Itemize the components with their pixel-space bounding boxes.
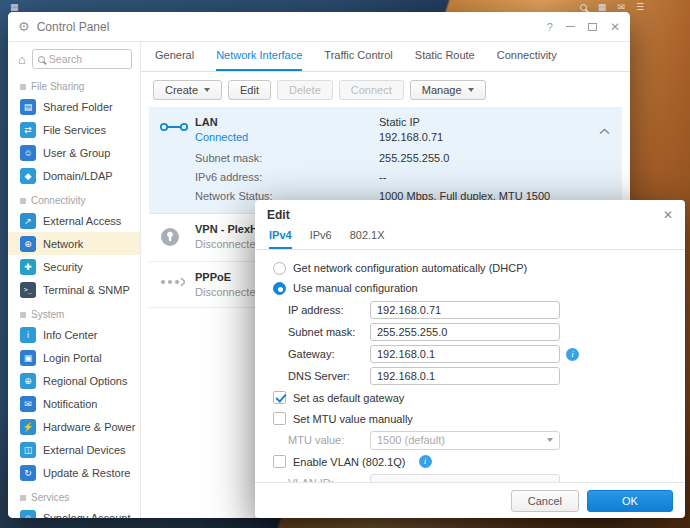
mtu-value-row: MTU value: 1500 (default) bbox=[288, 430, 667, 450]
dialog-tab-bar: IPv4 IPv6 802.1X bbox=[255, 226, 685, 250]
account-icon: ☺ bbox=[20, 510, 36, 519]
ok-button[interactable]: OK bbox=[587, 490, 673, 512]
info-icon[interactable]: i bbox=[419, 455, 432, 468]
refresh-icon: ↻ bbox=[20, 465, 36, 481]
mtu-manual-option[interactable]: Set MTU value manually bbox=[273, 409, 667, 428]
cancel-button[interactable]: Cancel bbox=[511, 490, 579, 512]
minimize-icon[interactable] bbox=[566, 26, 575, 28]
sidebar-item-notification[interactable]: ✉ Notification bbox=[8, 392, 140, 415]
subnet-mask-input[interactable] bbox=[370, 323, 560, 341]
shield-icon: ✚ bbox=[20, 259, 36, 275]
gateway-input[interactable] bbox=[370, 345, 560, 363]
chevron-up-icon[interactable] bbox=[599, 121, 610, 139]
search-input[interactable] bbox=[49, 53, 126, 65]
dns-server-row: DNS Server: bbox=[288, 366, 667, 386]
taskbar-left: ▦ bbox=[10, 2, 19, 12]
main-menu-icon[interactable]: ▦ bbox=[10, 2, 19, 12]
sidebar: ⌂ File Sharing ▤ Shared Folder ⇄ File Se… bbox=[8, 42, 141, 518]
vlan-id-input bbox=[370, 474, 560, 482]
lan-link-icon bbox=[159, 121, 189, 133]
sidebar-item-file-services[interactable]: ⇄ File Services bbox=[8, 118, 140, 141]
sidebar-item-regional-options[interactable]: ⊕ Regional Options bbox=[8, 369, 140, 392]
info-icon[interactable]: i bbox=[566, 348, 579, 361]
tab-ipv4[interactable]: IPv4 bbox=[269, 229, 292, 249]
sidebar-item-user-group[interactable]: ☺ User & Group bbox=[8, 141, 140, 164]
vlan-option[interactable]: Enable VLAN (802.1Q) i bbox=[273, 452, 667, 471]
section-icon bbox=[20, 495, 26, 501]
window-titlebar[interactable]: ⚙ Control Panel ? ✕ bbox=[8, 12, 630, 42]
help-icon[interactable]: ? bbox=[547, 21, 553, 33]
gateway-label: Gateway: bbox=[288, 348, 370, 360]
sidebar-item-shared-folder[interactable]: ▤ Shared Folder bbox=[8, 95, 140, 118]
interface-row-lan[interactable]: LAN Connected Static IP 192.168.0.71 bbox=[149, 107, 622, 214]
sidebar-item-security[interactable]: ✚ Security bbox=[8, 255, 140, 278]
home-icon[interactable]: ⌂ bbox=[18, 53, 26, 66]
close-icon[interactable]: ✕ bbox=[663, 208, 673, 222]
window-title: Control Panel bbox=[37, 20, 547, 34]
sidebar-item-external-access[interactable]: ↗ External Access bbox=[8, 209, 140, 232]
dhcp-option[interactable]: Get network configuration automatically … bbox=[273, 258, 667, 278]
gateway-row: Gateway: i bbox=[288, 344, 667, 364]
dialog-footer: Cancel OK bbox=[255, 482, 685, 518]
sidebar-item-synology-account[interactable]: ☺ Synology Account bbox=[8, 506, 140, 518]
sidebar-item-terminal-snmp[interactable]: >_ Terminal & SNMP bbox=[8, 278, 140, 301]
sidebar-item-info-center[interactable]: i Info Center bbox=[8, 323, 140, 346]
mtu-value-label: MTU value: bbox=[288, 434, 370, 446]
sidebar-item-login-portal[interactable]: ▣ Login Portal bbox=[8, 346, 140, 369]
subnet-mask-label: Subnet mask: bbox=[288, 326, 370, 338]
default-gateway-option[interactable]: Set as default gateway bbox=[273, 388, 667, 407]
taskbar-right: ▦ ✉ ☰ bbox=[580, 2, 644, 12]
checkbox-default-gateway[interactable] bbox=[273, 391, 286, 404]
tab-8021x[interactable]: 802.1X bbox=[350, 229, 385, 249]
radio-manual[interactable] bbox=[273, 282, 286, 295]
manual-option[interactable]: Use manual configuration bbox=[273, 278, 667, 298]
sidebar-item-hardware-power[interactable]: ⚡ Hardware & Power bbox=[8, 415, 140, 438]
sidebar-item-network[interactable]: ⊕ Network bbox=[8, 232, 140, 255]
notifications-icon[interactable]: ✉ bbox=[617, 2, 625, 12]
interface-ip: 192.168.0.71 bbox=[379, 131, 612, 143]
create-button[interactable]: Create bbox=[153, 80, 222, 100]
interface-status: Connected bbox=[195, 131, 379, 143]
close-icon[interactable]: ✕ bbox=[610, 20, 620, 34]
vpn-icon bbox=[159, 226, 181, 248]
interface-name: LAN bbox=[195, 116, 379, 128]
network-icon: ⊕ bbox=[20, 236, 36, 252]
edit-dialog: Edit ✕ IPv4 IPv6 802.1X Get network conf… bbox=[255, 200, 685, 518]
tab-connectivity[interactable]: Connectivity bbox=[497, 49, 557, 71]
checkbox-vlan[interactable] bbox=[273, 455, 286, 468]
dns-server-input[interactable] bbox=[370, 367, 560, 385]
section-connectivity: Connectivity bbox=[8, 187, 140, 209]
search-icon[interactable] bbox=[580, 4, 587, 11]
pppoe-icon bbox=[159, 276, 185, 288]
radio-dhcp[interactable] bbox=[273, 262, 286, 275]
tab-network-interface[interactable]: Network Interface bbox=[216, 49, 302, 71]
edit-button[interactable]: Edit bbox=[228, 80, 271, 100]
connect-button: Connect bbox=[339, 80, 404, 100]
detail-row: Subnet mask: 255.255.255.0 bbox=[195, 149, 612, 168]
section-services: Services bbox=[8, 484, 140, 506]
tab-static-route[interactable]: Static Route bbox=[415, 49, 475, 71]
user-menu-icon[interactable]: ☰ bbox=[636, 2, 644, 12]
interface-type: Static IP bbox=[379, 116, 612, 128]
maximize-icon[interactable] bbox=[588, 23, 597, 31]
section-icon bbox=[20, 312, 26, 318]
manage-button[interactable]: Manage bbox=[410, 80, 486, 100]
terminal-icon: >_ bbox=[20, 282, 36, 298]
sidebar-item-update-restore[interactable]: ↻ Update & Restore bbox=[8, 461, 140, 484]
ip-address-input[interactable] bbox=[370, 301, 560, 319]
search-icon bbox=[38, 56, 45, 63]
widgets-icon[interactable]: ▦ bbox=[598, 2, 607, 12]
caret-down-icon bbox=[468, 88, 474, 92]
dns-server-label: DNS Server: bbox=[288, 370, 370, 382]
checkbox-mtu-manual[interactable] bbox=[273, 412, 286, 425]
tab-general[interactable]: General bbox=[155, 49, 194, 71]
tab-traffic-control[interactable]: Traffic Control bbox=[324, 49, 392, 71]
sidebar-item-external-devices[interactable]: ◫ External Devices bbox=[8, 438, 140, 461]
tab-ipv6[interactable]: IPv6 bbox=[310, 229, 332, 249]
sidebar-search[interactable] bbox=[32, 49, 132, 69]
sidebar-item-domain-ldap[interactable]: ◆ Domain/LDAP bbox=[8, 164, 140, 187]
bell-icon: ✉ bbox=[20, 396, 36, 412]
power-icon: ⚡ bbox=[20, 419, 36, 435]
file-services-icon: ⇄ bbox=[20, 122, 36, 138]
ip-address-label: IP address: bbox=[288, 304, 370, 316]
